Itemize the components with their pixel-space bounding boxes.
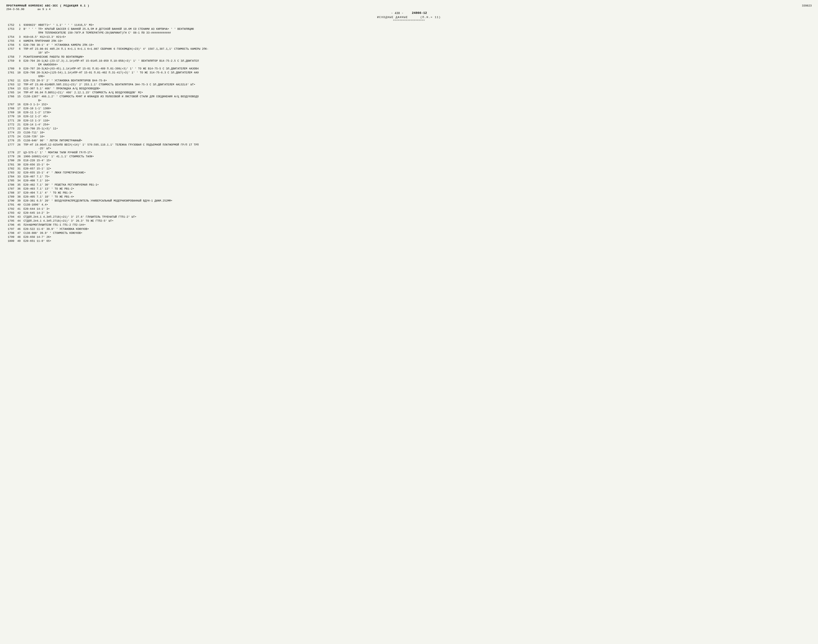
table-row: 176312ТПР-НТ 23.08-01#ВОП.58П.151(=23)' … xyxy=(6,83,812,87)
table-row: 176211Е20-725 20-5' 2' ' УСТАНОВКА ВЕНТИ… xyxy=(6,79,812,83)
row-content: Е20-656 15-1' 6• xyxy=(23,163,812,167)
row-content: Е20-657 15-1' 12• xyxy=(23,167,812,171)
table-row: 179140С138-1096' 4.4• xyxy=(6,203,812,207)
row-content: СТДОП.2#4.1 4.3#П.2718(=21)' 3' 26.3' ТО… xyxy=(23,219,812,223)
row-seq: 39 xyxy=(17,199,23,203)
row-seq: 11 xyxy=(17,79,23,83)
row-seq: 29 xyxy=(17,159,23,163)
table-row: 17543Н10=16.5' Н12=13.3' Н21=5• xyxy=(6,35,812,39)
table-row: 17532В' ' ' ' ТП• КРЫТЫЙ БАССЕЯ С ВАННОЙ… xyxy=(6,27,812,35)
table-row: 178938Е20-405 7.1' 10' ' ТО ЖЕ РВ1-4• xyxy=(6,195,812,199)
row-id: 1798 xyxy=(6,231,17,235)
row-content: С138-726' 10• xyxy=(23,135,812,139)
row-id: 1754 xyxy=(6,35,17,39)
doc-id: 339823 xyxy=(802,4,812,7)
row-seq: 27 xyxy=(17,151,23,155)
row-seq: 42 xyxy=(17,211,23,215)
row-seq: 20 xyxy=(17,119,23,123)
row-content: Е20-14 1-4' 254• xyxy=(23,123,812,127)
table-row: 17565Е20-780 30-1' 4' ' УСТАНОВКА КАМЕРЫ… xyxy=(6,43,812,47)
document-number: 24866-12 xyxy=(412,11,427,15)
row-content: С138-1096' 4.4• xyxy=(23,203,812,207)
table-row: 178231Е20-657 15-1' 12• xyxy=(6,167,812,171)
table-row: 17554КАМЕРА ПРИТОЧНАЯ 2ПК-10• xyxy=(6,39,812,43)
row-content: Е20-651 11-8' 65• xyxy=(23,239,812,243)
row-seq: 25 xyxy=(17,139,23,143)
row-id: 1787 xyxy=(6,187,17,191)
row-seq: 47 xyxy=(17,231,23,235)
row-id: 1777 xyxy=(6,143,17,147)
table-row: 17609Е20-707 20-3(А2+(63-45).1.1#)#ПР-НТ… xyxy=(6,67,812,71)
row-seq: 21 xyxy=(17,123,23,127)
table-row: 179443СТДОП.2#4.1 4.3#П.2718(=21)' 3' 27… xyxy=(6,215,812,219)
section-title: ИСХОДНЫЕ ДАННЫЕ (П.Н.= 11) xyxy=(6,16,812,19)
row-seq: 10 xyxy=(17,71,23,75)
row-content: Н10=16.5' Н12=13.3' Н21=5• xyxy=(23,35,812,39)
row-id: 1795 xyxy=(6,219,17,223)
row-content: В' ' ' ' ТП• КРЫТЫЙ БАССЕЯ С ВАННОЙ 25.9… xyxy=(23,27,812,35)
row-id: 1796 xyxy=(6,223,17,227)
table-row: 179342Е20-645 14-2' 3• xyxy=(6,211,812,215)
row-content: ТПР-НТ 19.06#П.12-025#ПО ВЕСУ(=14)' 1' 5… xyxy=(23,143,812,150)
row-seq: 41 xyxy=(17,207,23,211)
row-id: 1775 xyxy=(6,135,17,139)
table-row: 176615С138-1387' 466.1.2' ' СТОИМОСТЬ МУ… xyxy=(6,95,812,102)
row-seq: 1 xyxy=(17,23,23,27)
row-seq: 12 xyxy=(17,83,23,87)
table-row: 177221Е20-14 1-4' 254• xyxy=(6,123,812,127)
row-content: ТПР-НТ 23.08-01 40П.24 П.1 К=1.1 К=1.1 К… xyxy=(23,47,812,55)
row-content: СТДОП.2#4.1 4.3#П.2718(=21)' 3' 27.6' ГЛ… xyxy=(23,215,812,219)
row-content: Е20-645 14-2' 3• xyxy=(23,211,812,215)
row-seq: 44 xyxy=(17,219,23,223)
row-content: Е20-3 1-1• 152• xyxy=(23,103,812,107)
table-row: 176413Е22-307 5.1' 466' ' ПРОКЛАДКА А/Ц … xyxy=(6,87,812,90)
table-row: 178130Е20-656 15-1' 6• xyxy=(6,163,812,167)
table-row: 179544СТДОП.2#4.1 4.3#П.2718(=21)' 3' 26… xyxy=(6,219,812,223)
row-content: Е22-307 5.1' 466' ' ПРОКЛАДКА А/Ц ВОЗДУХ… xyxy=(23,87,812,90)
row-seq: 26 xyxy=(17,143,23,147)
row-id: 1778 xyxy=(6,151,17,155)
row-id: 1757 xyxy=(6,47,17,51)
row-content: Е20-708 20-3(А2+(125-54).1.1#)#ПР-НТ 15-… xyxy=(23,71,812,78)
row-id: 1756 xyxy=(6,43,17,47)
row-seq: 36 xyxy=(17,187,23,191)
row-id: 1788 xyxy=(6,191,17,195)
row-content: Е20-704 20-1(А2-(23-17.3).1.1#)#ПР-НТ 15… xyxy=(23,59,812,67)
table-row: 177423С138-711' 10• xyxy=(6,131,812,135)
row-content: Е20-408 7.1' 16• xyxy=(23,179,812,182)
row-id: 1800 xyxy=(6,239,17,243)
row-id: 1755 xyxy=(6,39,17,43)
row-id: 1791 xyxy=(6,203,17,207)
table-row: 177625С138-640' 90' ' ЛОТОК ПИТОМЕТРАЖНЫ… xyxy=(6,139,812,143)
row-id: 1770 xyxy=(6,115,17,118)
row-id: 1763 xyxy=(6,83,17,87)
row-content: С138-888' 39.9' ' СТОИМОСТЬ КОЖУХОВ• xyxy=(23,231,812,235)
row-seq: 49 xyxy=(17,239,23,243)
row-id: 1765 xyxy=(6,91,17,95)
row-content: ЦЗ-575-1' 1' ' МОНТАЖ ТАЛИ РУЧНОЙ ГР/П-1… xyxy=(23,151,812,155)
row-content: Е20-404 7.1' 4' ' ТО ЖЕ РВ1-3• xyxy=(23,191,812,195)
row-seq: 45 xyxy=(17,223,23,227)
row-id: 1758 xyxy=(6,55,17,59)
row-content: Е20-405 7.1' 10' ' ТО ЖЕ РВ1-4• xyxy=(23,195,812,199)
row-id: 1760 xyxy=(6,67,17,71)
row-seq: 31 xyxy=(17,167,23,171)
row-seq: 34 xyxy=(17,179,23,182)
row-seq: 3 xyxy=(17,35,23,39)
row-seq: 30 xyxy=(17,163,23,167)
table-row: 175219309823' НВ8ГГ1•' ' 1.1' ' ' ' 1141… xyxy=(6,23,812,27)
row-content: Е20-12 1-2' 45• xyxy=(23,115,812,118)
row-seq: 16 xyxy=(17,103,23,107)
table-row: 17576ТПР-НТ 23.08-01 40П.24 П.1 К=1.1 К=… xyxy=(6,47,812,55)
row-id: 1782 xyxy=(6,167,17,171)
row-content: ТПР-НТ 23.08-01#ВОП.58П.151(=23)' 2' 253… xyxy=(23,83,812,87)
row-content: П2##ШУМОГЛУШИТЕЛИ ГП1-1 ГП1-2 ГП2-1##• xyxy=(23,223,812,227)
row-id: 1780 xyxy=(6,159,17,163)
row-id: 1761 xyxy=(6,71,17,75)
row-seq: 8 xyxy=(17,59,23,63)
row-id: 1766 xyxy=(6,95,17,98)
row-content: С138-711' 10• xyxy=(23,131,812,135)
row-id: 1767 xyxy=(6,103,17,107)
row-content: Е20-780 30-1' 4' ' УСТАНОВКА КАМЕРЫ 2ПК-… xyxy=(23,43,812,47)
table-row: 179847С138-888' 39.9' ' СТОИМОСТЬ КОЖУХО… xyxy=(6,231,812,235)
